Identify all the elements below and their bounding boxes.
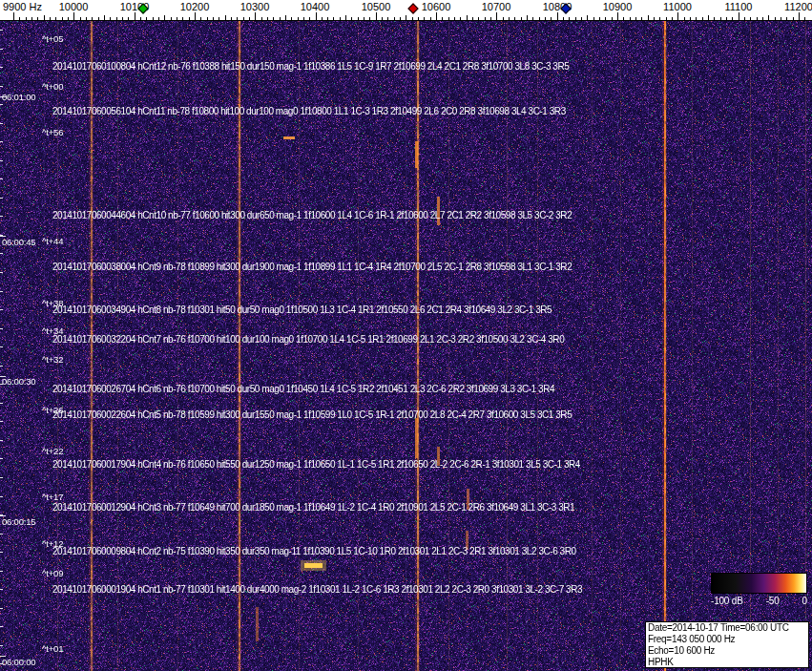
ruler-tick	[581, 17, 582, 20]
ruler-tick	[799, 12, 800, 20]
ruler-tick	[104, 15, 105, 20]
ruler-tick	[599, 17, 600, 20]
time-label: 06:01:00	[2, 92, 35, 102]
ruler-tick	[164, 15, 165, 20]
ruler-tick	[460, 17, 461, 20]
colorbar-min-label: -100 dB	[711, 596, 743, 606]
ruler-tick	[696, 17, 697, 20]
ruler-tick	[503, 17, 504, 20]
ruler-tick	[509, 17, 510, 20]
ruler-tick	[400, 17, 401, 20]
ruler-tick	[623, 17, 624, 20]
ruler-tick	[322, 17, 323, 20]
ruler-tick	[569, 17, 570, 20]
detection-line: 20141017060012904 hCnt3 nb-77 f10649 hit…	[52, 502, 574, 513]
ruler-tick	[116, 17, 117, 20]
ruler-tick	[68, 17, 69, 20]
ruler-tick	[153, 17, 154, 20]
ruler-tick	[720, 17, 721, 20]
ruler-tick	[424, 17, 425, 20]
ruler-tick	[744, 17, 745, 20]
ruler-tick	[781, 17, 781, 20]
detection-line: 20141017060026704 hCnt6 nb-76 f10700 hit…	[52, 384, 554, 394]
ruler-tick	[298, 17, 299, 20]
detection-line: 20141017060056104 hCnt11 nb-78 f10800 hi…	[52, 106, 566, 116]
ruler-tick	[563, 17, 564, 20]
ruler-tick	[793, 17, 794, 20]
ruler-tick	[146, 17, 147, 20]
ruler-tick	[786, 17, 787, 20]
ruler-tick	[666, 17, 667, 20]
ruler-tick	[219, 17, 219, 20]
detection-line: 20141017060001904 hCnt1 nb-77 f10301 hit…	[52, 584, 582, 595]
ruler-tick	[122, 17, 123, 20]
ruler-tick	[98, 17, 99, 20]
detection-line: 20141017060100804 hCnt12 nb-76 f10388 hi…	[52, 61, 569, 72]
ruler-tick	[630, 17, 631, 20]
freq-label: 10300	[240, 1, 270, 12]
ruler-tick	[316, 12, 317, 20]
detection-line: 20141017060022604 hCnt5 nb-78 f10599 hit…	[52, 409, 572, 420]
info-freq-line: Freq=143 050 000 Hz	[648, 634, 806, 645]
spectrogram-screen: 9900 Hz100001010010200103001040010500106…	[0, 0, 812, 671]
time-label: 06:00:30	[2, 376, 35, 387]
ruler-tick	[485, 17, 486, 20]
ruler-tick	[44, 15, 45, 20]
ruler-tick	[448, 17, 449, 20]
ruler-tick	[376, 12, 377, 20]
ruler-tick	[593, 17, 594, 20]
freq-marker-red-icon	[407, 3, 418, 13]
ruler-tick	[225, 15, 226, 20]
ruler-tick	[654, 17, 655, 20]
ruler-tick	[237, 17, 238, 20]
ruler-tick	[37, 17, 38, 20]
freq-label: 9900 Hz	[3, 1, 42, 12]
ruler-tick	[454, 17, 455, 20]
ruler-tick	[467, 15, 468, 20]
freq-label: 11000	[663, 1, 692, 12]
ruler-tick	[545, 17, 546, 20]
freq-label: 10400	[301, 1, 330, 12]
ruler-tick	[775, 17, 776, 20]
ruler-tick	[617, 12, 618, 20]
time-marker: ^t+17	[42, 492, 63, 502]
ruler-tick	[135, 12, 135, 20]
ruler-tick	[750, 17, 751, 20]
ruler-tick	[557, 12, 558, 20]
time-marker: ^t+09	[42, 568, 63, 578]
ruler-tick	[213, 17, 214, 20]
ruler-tick	[273, 17, 274, 20]
ruler-tick	[50, 17, 51, 20]
ruler-tick	[309, 17, 310, 20]
ruler-tick	[231, 17, 232, 20]
time-label: 06:00:45	[2, 237, 35, 247]
ruler-tick	[110, 17, 111, 20]
ruler-tick	[333, 17, 334, 20]
ruler-tick	[635, 17, 636, 20]
ruler-tick	[406, 15, 406, 20]
ruler-tick	[757, 17, 758, 20]
time-marker: ^t+32	[42, 354, 63, 365]
ruler-tick	[412, 17, 413, 20]
freq-label: 10900	[603, 1, 633, 12]
colorbar-max-label: 0	[802, 596, 807, 606]
ruler-tick	[327, 17, 328, 20]
ruler-tick	[551, 17, 552, 20]
detection-line: 20141017060034904 hCnt8 nb-78 f10301 hit…	[52, 304, 552, 315]
ruler-tick	[243, 17, 244, 20]
colorbar-labels: -100 dB -50 0	[711, 596, 807, 606]
ruler-tick	[708, 15, 709, 20]
ruler-tick	[575, 17, 576, 20]
ruler-tick	[128, 17, 129, 20]
ruler-tick	[31, 17, 32, 20]
ruler-tick	[762, 17, 763, 20]
ruler-tick	[690, 17, 691, 20]
detection-line: 20141017060038004 hCnt9 nb-78 f10899 hit…	[52, 262, 572, 272]
ruler-tick	[394, 17, 395, 20]
detection-line: 20141017060009804 hCnt2 nb-75 f10390 hit…	[52, 546, 576, 556]
ruler-tick	[280, 17, 281, 20]
ruler-tick	[261, 17, 262, 20]
freq-label: 10600	[422, 1, 451, 12]
time-marker: ^t+56	[42, 127, 63, 137]
freq-label: 10200	[180, 1, 210, 12]
